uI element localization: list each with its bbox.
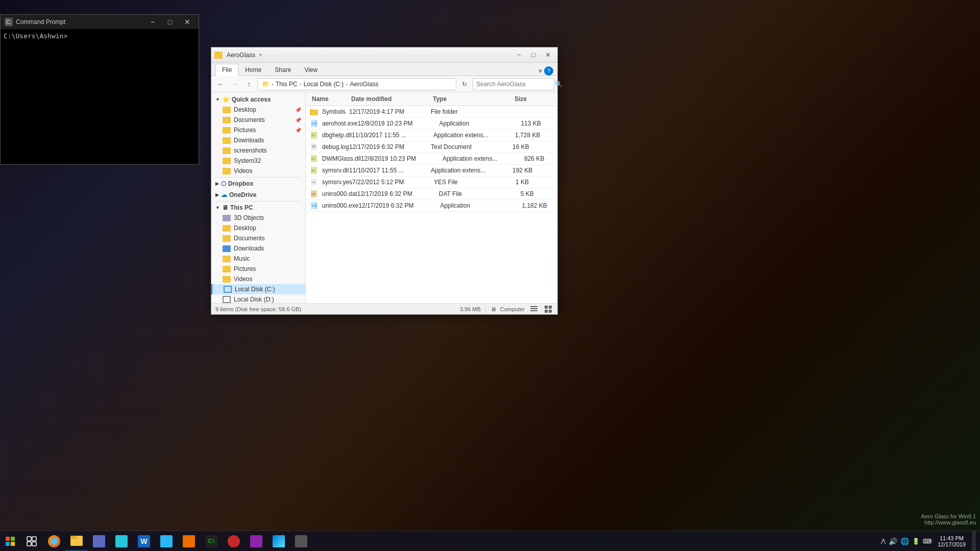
sidebar-item-documents-thispc[interactable]: Documents [211,233,305,243]
file-row-dbghelp[interactable]: DLL dbghelp.dll 11/10/2017 11:55 ... App… [306,130,557,141]
explorer-close-button[interactable]: ✕ [541,49,554,61]
col-date[interactable]: Date modified [349,94,431,104]
refresh-button[interactable]: ↻ [458,78,471,90]
explorer-maximize-button[interactable]: □ [527,49,540,61]
start-button[interactable] [0,531,20,552]
sidebar-item-music[interactable]: Music [211,254,305,264]
back-button[interactable]: ← [214,78,227,90]
taskbar-app-terminal[interactable]: C:\ [200,531,223,552]
tab-view[interactable]: View [298,64,324,76]
sidebar-item-desktop[interactable]: Desktop 📌 [211,105,305,115]
col-size[interactable]: Size [512,94,553,104]
sidebar-item-downloads[interactable]: Downloads [211,135,305,145]
pin-icon-desktop: 📌 [295,107,301,113]
taskbar-app-red[interactable] [223,531,245,552]
task-view-button[interactable] [20,531,43,552]
taskbar-app-word[interactable]: W [133,531,155,552]
cmd-minimize-button[interactable]: − [145,17,160,27]
sidebar-item-pictures-thispc[interactable]: Pictures [211,264,305,274]
taskbar-app-edge[interactable] [267,531,290,552]
cmd-maximize-button[interactable]: □ [163,17,177,27]
tab-share[interactable]: Share [268,64,298,76]
file-row-unins000exe[interactable]: EXE unins000.exe 12/17/2019 6:32 PM Appl… [306,200,557,212]
sidebar-item-downloads-thispc[interactable]: Downloads [211,243,305,254]
taskbar-app-orange[interactable] [178,531,200,552]
sidebar-item-screenshots[interactable]: screenshots [211,145,305,156]
taskbar-app-paint[interactable] [110,531,133,552]
taskbar-app-people[interactable] [88,531,110,552]
search-input[interactable] [476,81,553,88]
address-path[interactable]: 📁 › This PC › Local Disk (C:) › AeroGlas… [257,78,456,90]
file-row-unins000dat[interactable]: DAT unins000.dat 12/17/2019 6:32 PM DAT … [306,188,557,200]
svg-text:EXE: EXE [312,122,317,125]
file-size-unins000exe: 1,182 KB [522,202,557,209]
file-type-symsrvyes: YES File [434,179,516,186]
ribbon-collapse-icon[interactable]: ▾ [538,67,542,75]
path-localdisk[interactable]: Local Disk (C:) [304,81,344,88]
cmd-title-text: Command Prompt [16,18,65,26]
help-icon[interactable]: ? [544,66,553,76]
folder-icon-screenshots [223,147,231,154]
taskbar: W C:\ [0,531,980,551]
svg-rect-30 [6,537,10,541]
chevron-down-icon-thispc: ▼ [215,205,220,210]
file-row-symbols[interactable]: Symbols 12/17/2019 4:17 PM File folder [306,106,557,118]
sidebar-item-pictures[interactable]: Pictures 📌 [211,125,305,135]
ribbon-toggle-icon[interactable]: ▾ [259,52,262,58]
sidebar-header-dropbox[interactable]: ▶ ⬡ Dropbox [211,179,305,189]
taskbar-app-search[interactable] [155,531,178,552]
taskbar-firefox[interactable] [43,531,65,552]
sidebar-item-localdisk-c[interactable]: Local Disk (C:) [211,284,305,294]
file-row-symsrvyes[interactable]: YES symsrv.yes 7/22/2012 5:12 PM YES Fil… [306,177,557,188]
folder-icon-downloads2 [223,245,231,252]
view-details-button[interactable] [529,304,539,314]
folder-icon-pictures [223,127,231,134]
taskbar-file-explorer[interactable] [65,531,88,552]
file-name-dbghelp: DLL dbghelp.dll [310,131,352,139]
sidebar-header-quickaccess[interactable]: ▼ ⭐ Quick access [211,94,305,105]
sidebar-item-videos[interactable]: Videos [211,166,305,176]
dropbox-icon: ⬡ [221,180,226,187]
file-row-aerohost[interactable]: EXE aerohost.exe 12/8/2019 10:23 PM Appl… [306,118,557,130]
tray-arrow[interactable]: ⋀ [881,538,886,544]
file-row-debuglog[interactable]: debug.log 12/17/2019 6:32 PM Text Docume… [306,141,557,153]
tray-icon-2: 🌐 [900,537,909,545]
file-type-debuglog: Text Document [431,143,512,151]
sidebar-item-videos-thispc[interactable]: Videos [211,274,305,284]
taskbar-clock[interactable]: 11:43 PM 12/17/2019 [934,535,970,547]
search-box[interactable]: 🔍 [473,78,554,90]
sidebar-item-3dobjects[interactable]: 3D Objects [211,213,305,223]
separator-2 [215,201,301,202]
forward-button[interactable]: → [229,78,241,90]
col-name[interactable]: Name [310,94,349,104]
folder-icon-documents [223,117,231,123]
sidebar-item-system32[interactable]: System32 [211,156,305,166]
taskbar-app-mail[interactable] [245,531,267,552]
sidebar-label-pictures2: Pictures [234,265,256,272]
folder-icon-videos [223,168,231,174]
file-row-symsrvdll[interactable]: DLL symsrv.dll 11/10/2017 11:55 ... Appl… [306,165,557,177]
sidebar-item-documents[interactable]: Documents 📌 [211,115,305,125]
separator-1 [215,177,301,178]
explorer-minimize-button[interactable]: − [512,49,526,61]
taskbar-app-extra[interactable] [290,531,312,552]
show-desktop-button[interactable] [972,531,976,552]
tab-file[interactable]: File [215,64,238,76]
search-icon: 🔍 [555,81,562,88]
file-name-aerohost: EXE aerohost.exe [310,119,357,128]
sidebar-header-thispc[interactable]: ▼ 🖥 This PC [211,203,305,213]
tab-home[interactable]: Home [238,64,268,76]
status-size: 3.96 MB [460,306,481,312]
up-button[interactable]: ↑ [243,78,255,90]
path-thispc[interactable]: This PC [276,81,298,88]
sidebar-item-desktop-thispc[interactable]: Desktop [211,223,305,233]
sidebar-header-onedrive[interactable]: ▶ ☁ OneDrive [211,190,305,200]
cmd-close-button[interactable]: ✕ [180,17,194,27]
sidebar-item-localdisk-d[interactable]: Local Disk (D:) [211,294,305,303]
taskbar-tray: ⋀ 🔊 🌐 🔋 ⌨ 11:43 PM 12/17/2019 [881,531,980,551]
col-type[interactable]: Type [431,94,512,104]
path-aeroglass[interactable]: AeroGlass [350,81,378,88]
view-tiles-button[interactable] [543,304,553,314]
file-row-dwmglass[interactable]: DLL DWMGlass.dll 12/8/2019 10:23 PM Appl… [306,153,557,165]
clock-date: 12/17/2019 [938,541,966,547]
